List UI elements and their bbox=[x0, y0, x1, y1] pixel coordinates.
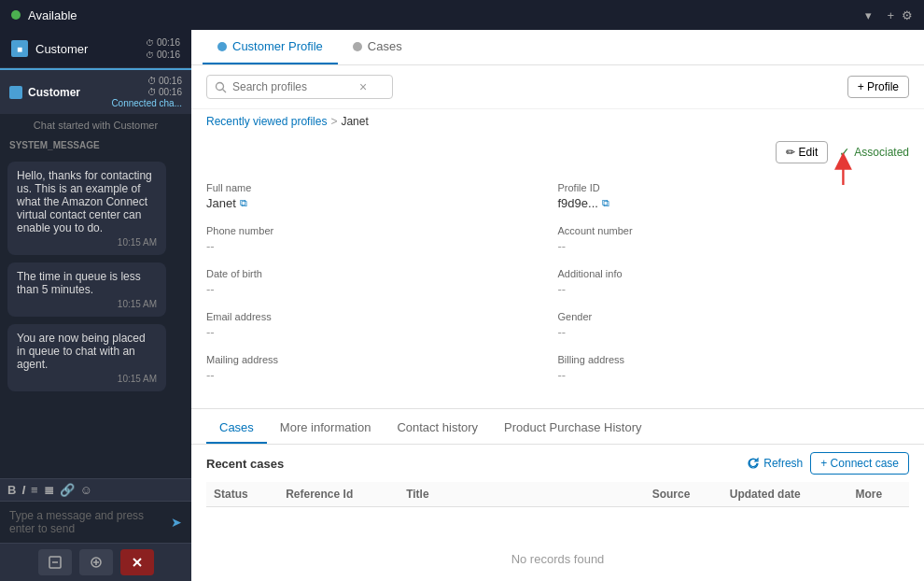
numbered-list-icon[interactable]: ≣ bbox=[44, 483, 54, 497]
cases-section: Recent cases Refresh + Connect case Stat… bbox=[191, 445, 924, 581]
copy-id-icon[interactable]: ⧉ bbox=[602, 197, 609, 209]
col-title: Title bbox=[399, 482, 645, 507]
time2: ⏱ 00:16 bbox=[146, 50, 180, 60]
top-bar: Available ▾ + ⚙ bbox=[0, 0, 924, 30]
gender-value: -- bbox=[558, 325, 910, 339]
search-clear-icon[interactable]: × bbox=[359, 79, 367, 94]
additional-value: -- bbox=[558, 282, 910, 296]
bullet-list-icon[interactable]: ≡ bbox=[31, 483, 38, 497]
col-reference: Reference Id bbox=[278, 482, 399, 507]
account-field: Account number -- bbox=[558, 218, 910, 261]
tab-icon-blue bbox=[217, 42, 227, 51]
check-icon: ✓ bbox=[839, 145, 850, 160]
active-chat-icon bbox=[9, 86, 22, 99]
inner-tab-cases[interactable]: Cases bbox=[206, 413, 267, 444]
account-value: -- bbox=[558, 239, 910, 253]
profile-id-value: f9d9e... bbox=[558, 196, 598, 210]
add-icon[interactable]: + bbox=[887, 8, 894, 22]
active-chat-header-right: ⏱00:16 ⏱00:16 Connected cha... bbox=[111, 76, 182, 108]
no-records-row: No records found bbox=[206, 507, 909, 582]
end-chat-button[interactable] bbox=[120, 549, 154, 575]
connect-case-button[interactable]: + Connect case bbox=[810, 452, 909, 475]
sidebar: ■ Customer ⏱ 00:16 ⏱ 00:16 Customer bbox=[0, 30, 191, 581]
no-records-cell: No records found bbox=[206, 507, 909, 582]
time1: ⏱ 00:16 bbox=[146, 37, 180, 48]
edit-button[interactable]: ✏ Edit bbox=[776, 141, 828, 163]
cases-table-body: No records found bbox=[206, 507, 909, 582]
dob-field: Date of birth -- bbox=[206, 261, 558, 304]
billing-value: -- bbox=[558, 368, 910, 382]
chat-action-buttons bbox=[0, 543, 191, 581]
emoji-icon[interactable]: ☺ bbox=[80, 483, 92, 497]
full-name-value: Janet bbox=[206, 196, 236, 210]
search-bar: × + Profile bbox=[191, 65, 924, 109]
email-field: Email address -- bbox=[206, 304, 558, 347]
breadcrumb-separator: > bbox=[330, 115, 337, 128]
active-chat-header: Customer ⏱00:16 ⏱00:16 Connected cha... bbox=[0, 70, 191, 114]
breadcrumb-current: Janet bbox=[341, 115, 368, 128]
col-status: Status bbox=[206, 482, 278, 507]
cases-actions: Refresh + Connect case bbox=[747, 452, 909, 475]
tab-cases[interactable]: Cases bbox=[338, 30, 417, 64]
sidebar-customer-item[interactable]: ■ Customer ⏱ 00:16 ⏱ 00:16 bbox=[0, 30, 191, 68]
status-label: Available bbox=[28, 8, 858, 22]
chevron-down-icon[interactable]: ▾ bbox=[865, 8, 872, 22]
customer-icon: ■ bbox=[11, 40, 28, 57]
inner-tab-contact-history[interactable]: Contact history bbox=[384, 413, 491, 444]
send-icon[interactable]: ➤ bbox=[171, 515, 182, 530]
phone-field: Phone number -- bbox=[206, 218, 558, 261]
refresh-icon bbox=[747, 457, 760, 470]
mailing-value: -- bbox=[206, 368, 558, 382]
tab-icon-gray bbox=[353, 42, 362, 51]
inner-tab-product-purchase[interactable]: Product Purchase History bbox=[491, 413, 654, 444]
chat-input-toolbar: B I ≡ ≣ 🔗 ☺ bbox=[0, 478, 191, 501]
search-input[interactable] bbox=[232, 80, 354, 93]
profile-fields: ✏ Edit ✓ Associated Full name Janet ⧉ bbox=[191, 134, 924, 404]
chat-messages: Hello, thanks for contacting us. This is… bbox=[0, 154, 191, 478]
col-more: More bbox=[848, 482, 909, 507]
copy-name-icon[interactable]: ⧉ bbox=[240, 197, 247, 209]
chat-status: Connected cha... bbox=[111, 98, 182, 108]
customer-name: Customer bbox=[35, 42, 138, 56]
customer-times: ⏱ 00:16 ⏱ 00:16 bbox=[146, 37, 180, 60]
chat-bubble-1: Hello, thanks for contacting us. This is… bbox=[7, 162, 166, 255]
inner-tab-more-info[interactable]: More information bbox=[267, 413, 385, 444]
action-btn-2[interactable] bbox=[79, 549, 113, 575]
search-bar-right: + Profile bbox=[847, 76, 909, 98]
add-profile-button[interactable]: + Profile bbox=[847, 76, 909, 98]
status-dot bbox=[11, 10, 21, 20]
active-chat-panel: Customer ⏱00:16 ⏱00:16 Connected cha... … bbox=[0, 68, 191, 581]
settings-icon[interactable]: ⚙ bbox=[902, 8, 913, 22]
cases-header: Recent cases Refresh + Connect case bbox=[206, 452, 909, 475]
full-name-field: Full name Janet ⧉ bbox=[206, 175, 558, 218]
breadcrumb-link[interactable]: Recently viewed profiles bbox=[206, 115, 327, 128]
email-value: -- bbox=[206, 325, 558, 339]
chat-started-text: Chat started with Customer bbox=[0, 114, 191, 136]
section-divider bbox=[191, 408, 924, 409]
search-input-wrap[interactable]: × bbox=[206, 75, 393, 99]
search-icon bbox=[215, 81, 227, 93]
action-btn-1[interactable] bbox=[38, 549, 72, 575]
italic-icon[interactable]: I bbox=[21, 483, 25, 497]
profile-fields-grid: Full name Janet ⧉ Profile ID f9d9e... ⧉ … bbox=[206, 175, 909, 390]
cases-table: Status Reference Id Title Source Updated… bbox=[206, 482, 909, 581]
inner-tabs-row: Cases More information Contact history P… bbox=[191, 413, 924, 445]
bold-icon[interactable]: B bbox=[7, 483, 16, 497]
phone-value: -- bbox=[206, 239, 558, 253]
billing-field: Billing address -- bbox=[558, 347, 910, 390]
svg-point-7 bbox=[217, 82, 224, 90]
system-message-label: SYSTEM_MESSAGE bbox=[0, 136, 191, 154]
col-source: Source bbox=[645, 482, 722, 507]
chat-bubble-2: The time in queue is less than 5 minutes… bbox=[7, 262, 166, 317]
cases-table-header: Status Reference Id Title Source Updated… bbox=[206, 482, 909, 507]
dob-value: -- bbox=[206, 282, 558, 296]
tab-customer-profile[interactable]: Customer Profile bbox=[203, 30, 338, 64]
refresh-button[interactable]: Refresh bbox=[747, 457, 803, 470]
cases-title: Recent cases bbox=[206, 457, 284, 471]
chat-times: ⏱00:16 ⏱00:16 bbox=[147, 76, 182, 97]
profile-id-field: Profile ID f9d9e... ⧉ bbox=[558, 175, 910, 218]
chat-bubble-3: You are now being placed in queue to cha… bbox=[7, 324, 166, 391]
content-panel: Customer Profile Cases × + Profile Recen… bbox=[191, 30, 924, 581]
link-icon[interactable]: 🔗 bbox=[60, 483, 75, 497]
chat-input-area[interactable]: Type a message and press enter to send ➤ bbox=[0, 501, 191, 543]
